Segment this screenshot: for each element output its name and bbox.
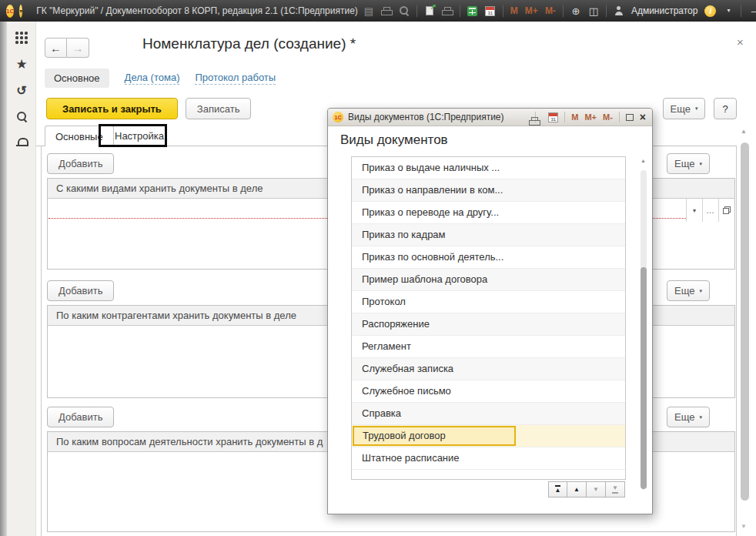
scroll-down-icon[interactable]: ▼ (641, 485, 646, 491)
calendar-icon[interactable]: 31 (485, 6, 496, 16)
list-item[interactable]: Приказ о переводе на другу... (352, 202, 625, 224)
scroll-down-icon[interactable]: ▼ (741, 523, 747, 530)
scroll-up-icon[interactable]: ▲ (641, 158, 646, 163)
memory-add-button[interactable]: M+ (525, 5, 538, 16)
list-item[interactable]: Приказ по кадрам (352, 224, 625, 246)
main-menu-button[interactable]: ▾ (19, 5, 22, 18)
print-file-icon[interactable] (442, 7, 453, 15)
list-item[interactable]: Распоряжение (352, 313, 625, 336)
list-item[interactable]: Приказ о выдаче наличных ... (352, 157, 625, 179)
chevron-down-icon[interactable]: ▾ (723, 8, 734, 14)
chevron-down-icon: ▾ (699, 414, 702, 420)
annotation-highlight-box (99, 124, 167, 147)
dialog-titlebar: 1С Виды документов (1С:Предприятие) 31 M… (328, 109, 652, 126)
window-title: ГК "Меркурий" / Документооборот 8 КОРП, … (36, 5, 358, 16)
more-button-top[interactable]: Еще▾ (663, 98, 705, 119)
add-button-activities[interactable]: Добавить (47, 407, 114, 427)
doc-types-dialog: 1С Виды документов (1С:Предприятие) 31 M… (327, 108, 653, 514)
memory-subtract-button[interactable]: M- (603, 112, 613, 122)
back-button[interactable]: ← (45, 38, 67, 58)
divider (619, 112, 620, 122)
nav-link-protocol[interactable]: Протокол работы (195, 72, 276, 85)
attach-file-icon[interactable]: ↗ (424, 6, 435, 15)
more-button-counterparties[interactable]: Еще▾ (667, 280, 710, 301)
chevron-down-icon: ▾ (695, 106, 698, 112)
notifications-bell-icon[interactable] (7, 132, 36, 152)
more-button-doc-types[interactable]: Еще▾ (667, 153, 710, 174)
command-bar: Записать и закрыть Записать (46, 98, 251, 119)
divider (564, 112, 565, 122)
list-item[interactable]: Приказ по основной деятель... (352, 246, 625, 269)
form-navigation: Основное Дела (тома) Протокол работы (45, 68, 276, 88)
selected-cell[interactable]: Трудовой договор (353, 426, 516, 446)
list-item[interactable]: Штатное расписание (352, 447, 625, 470)
page-title: Номенклатура дел (создание) * (142, 35, 356, 52)
save-icon[interactable]: ▤ (363, 6, 374, 16)
help-button[interactable]: ? (714, 98, 737, 119)
nav-link-main[interactable]: Основное (45, 69, 109, 88)
print-icon[interactable] (381, 7, 392, 15)
list-item[interactable]: Пример шаблона договора (352, 269, 625, 291)
chevron-down-icon: ▾ (699, 288, 702, 294)
tools-sidebar: ★ ↺ (7, 22, 36, 536)
divider (741, 5, 741, 17)
memory-recall-button[interactable]: M (571, 112, 578, 122)
memory-recall-button[interactable]: M (510, 5, 518, 16)
list-item[interactable]: Справка (352, 403, 625, 425)
form-close-icon[interactable]: × (737, 35, 744, 49)
doc-types-list: Приказ о выдаче наличных ... Приказ о на… (351, 156, 626, 480)
main-vertical-scrollbar[interactable]: ▲ ▼ (738, 126, 754, 531)
list-item[interactable]: Протокол (352, 291, 625, 313)
scroll-thumb[interactable] (741, 142, 749, 501)
1c-logo-icon: 1С (6, 5, 14, 18)
add-button-counterparties[interactable]: Добавить (47, 280, 114, 301)
divider (460, 5, 460, 17)
dialog-maximize-button[interactable] (626, 110, 634, 124)
menu-grid-icon[interactable] (7, 28, 36, 48)
memory-add-button[interactable]: M+ (584, 112, 597, 122)
history-icon[interactable]: ↺ (7, 80, 36, 100)
print-preview-icon[interactable] (399, 6, 410, 15)
list-item[interactable]: Служебное письмо (352, 380, 625, 403)
list-item[interactable]: Служебная записка (352, 358, 625, 380)
save-and-close-button[interactable]: Записать и закрыть (46, 98, 178, 119)
minimize-button[interactable]: – (748, 6, 756, 16)
move-down-button[interactable]: ▼ (587, 481, 606, 497)
1c-logo-icon: 1С (333, 112, 343, 122)
info-icon[interactable]: i (704, 5, 716, 17)
user-icon (614, 6, 624, 15)
nav-link-cases[interactable]: Дела (тома) (125, 72, 180, 85)
memory-subtract-button[interactable]: M- (545, 5, 556, 16)
calculator-icon[interactable] (467, 6, 478, 16)
list-item-selected[interactable]: Трудовой договор (352, 425, 625, 447)
more-button-activities[interactable]: Еще▾ (667, 407, 710, 427)
move-up-button[interactable]: ▲ (567, 481, 587, 497)
dialog-window-title: Виды документов (1С:Предприятие) (348, 112, 504, 122)
split-columns-icon[interactable]: ◫ (588, 6, 599, 16)
calendar-icon[interactable]: 31 (548, 112, 558, 122)
favorites-icon[interactable]: ★ (7, 54, 36, 74)
choose-dropdown-icon[interactable]: ▾ (686, 199, 702, 222)
move-to-top-button[interactable]: ▲ (548, 481, 567, 497)
dialog-close-button[interactable]: × (640, 111, 646, 123)
dialog-vertical-scrollbar[interactable]: ▲ ▼ (638, 158, 649, 477)
scroll-thumb[interactable] (641, 267, 647, 489)
scroll-up-icon[interactable]: ▲ (741, 128, 747, 135)
window-frame-edge (0, 22, 7, 536)
add-button-doc-types[interactable]: Добавить (47, 153, 114, 174)
window-titlebar: 1С ▾ ГК "Меркурий" / Документооборот 8 К… (0, 0, 756, 22)
divider (503, 5, 503, 17)
move-to-bottom-button[interactable]: ▼ (606, 481, 625, 497)
app-window: 1С ▾ ГК "Меркурий" / Документооборот 8 К… (0, 0, 756, 536)
chevron-down-icon: ▾ (699, 161, 702, 167)
user-name[interactable]: Администратор (631, 5, 698, 16)
choose-ellipsis-icon[interactable]: … (702, 199, 718, 222)
list-item[interactable]: Регламент (352, 336, 625, 358)
open-item-icon[interactable] (718, 199, 734, 222)
save-button[interactable]: Записать (186, 98, 252, 119)
search-icon[interactable] (7, 106, 36, 126)
list-item[interactable]: Приказ о направлении в ком... (352, 179, 625, 202)
forward-button[interactable]: → (67, 38, 89, 58)
zoom-icon[interactable]: ⊕ (570, 6, 581, 16)
divider (606, 5, 607, 17)
